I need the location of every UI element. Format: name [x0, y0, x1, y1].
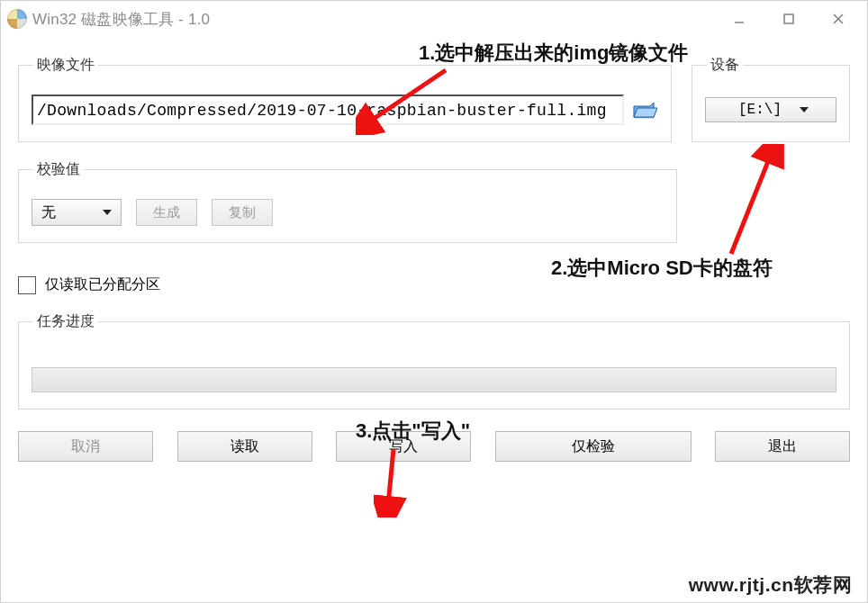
- chevron-down-icon: [103, 210, 112, 215]
- cancel-button[interactable]: 取消: [18, 431, 153, 462]
- read-allocated-checkbox[interactable]: [18, 276, 36, 294]
- image-file-group: 映像文件 /Downloads/Compressed/2019-07-10-ra…: [18, 56, 672, 142]
- progress-group: 任务进度: [18, 312, 850, 410]
- device-group: 设备 [E:\]: [692, 56, 850, 142]
- device-selected: [E:\]: [738, 102, 782, 118]
- exit-button[interactable]: 退出: [715, 431, 850, 462]
- image-file-label: 映像文件: [33, 56, 98, 75]
- verify-button[interactable]: 仅检验: [495, 431, 692, 462]
- chevron-down-icon: [800, 107, 809, 112]
- image-path-input[interactable]: /Downloads/Compressed/2019-07-10-raspbia…: [32, 94, 624, 125]
- hash-mode-value: 无: [41, 203, 56, 222]
- minimize-button[interactable]: [714, 1, 764, 37]
- folder-open-icon: [632, 99, 657, 121]
- hash-group: 校验值 无 生成 复制: [18, 160, 677, 243]
- close-button[interactable]: [813, 1, 863, 37]
- window-title: Win32 磁盘映像工具 - 1.0: [32, 9, 210, 30]
- hash-generate-button[interactable]: 生成: [136, 199, 197, 226]
- hash-mode-dropdown[interactable]: 无: [32, 199, 122, 226]
- watermark-text: www.rjtj.cn软荐网: [689, 572, 852, 598]
- maximize-button[interactable]: [764, 1, 813, 37]
- device-label: 设备: [707, 56, 743, 75]
- hash-copy-button[interactable]: 复制: [212, 199, 273, 226]
- app-icon: [7, 9, 27, 29]
- hash-label: 校验值: [33, 160, 84, 179]
- progress-label: 任务进度: [33, 312, 98, 331]
- browse-button[interactable]: [631, 96, 658, 123]
- device-dropdown[interactable]: [E:\]: [705, 97, 836, 122]
- read-button[interactable]: 读取: [177, 431, 312, 462]
- progress-bar: [32, 367, 836, 392]
- write-button[interactable]: 写入: [336, 431, 471, 462]
- read-allocated-label: 仅读取已分配分区: [45, 275, 160, 294]
- svg-rect-1: [784, 14, 793, 23]
